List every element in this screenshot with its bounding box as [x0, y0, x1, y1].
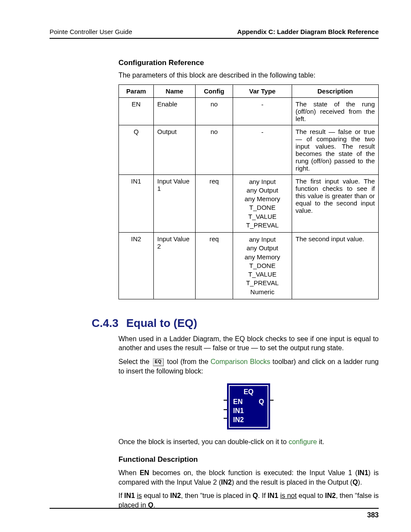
block-title: EQ: [233, 388, 264, 397]
section-number: C.4.3: [50, 317, 118, 330]
functional-description-heading: Functional Description: [118, 455, 379, 464]
after-block-text: Once the block is inserted, you can doub…: [118, 437, 379, 447]
table-header-row: Param Name Config Var Type Description: [119, 84, 379, 97]
page-number: 383: [367, 511, 379, 519]
col-desc: Description: [292, 84, 379, 97]
block-q: Q: [259, 398, 264, 407]
section-body: When used in a Ladder Diagram, the EQ bl…: [118, 334, 379, 376]
pin-in1-icon: [224, 409, 227, 410]
block-en: EN: [233, 398, 243, 407]
fd-paragraph-1: When EN becomes on, the block function i…: [118, 468, 379, 487]
col-config: Config: [196, 84, 233, 97]
content-column: Configuration Reference The parameters o…: [118, 50, 379, 514]
pin-en-icon: [224, 400, 227, 401]
pin-in2-icon: [224, 418, 227, 419]
col-vartype: Var Type: [233, 84, 292, 97]
config-ref-intro: The parameters of this block are describ…: [118, 71, 379, 80]
configure-link[interactable]: configure: [289, 438, 317, 445]
eq-block-diagram: EQ EN Q IN1 IN2: [227, 383, 270, 429]
table-row: IN1Input Value 1reqany Input any Output …: [119, 174, 379, 233]
page-footer: 383: [50, 508, 379, 519]
running-header: Pointe Controller User Guide Appendix C:…: [50, 28, 379, 38]
eq-block-inner: EQ EN Q IN1 IN2: [229, 385, 268, 428]
param-table: Param Name Config Var Type Description E…: [118, 84, 379, 299]
running-header-left: Pointe Controller User Guide: [50, 28, 132, 35]
section-title: Equal to (EQ): [126, 317, 197, 330]
table-row: ENEnableno-The state of the rung (off/on…: [119, 97, 379, 125]
table-row: IN2Input Value 2reqany Input any Output …: [119, 233, 379, 299]
col-name: Name: [154, 84, 196, 97]
fd-paragraph-2: If IN1 is equal to IN2, then “true is pl…: [118, 491, 379, 510]
section-heading: C.4.3 Equal to (EQ): [50, 317, 379, 330]
config-ref-heading: Configuration Reference: [118, 59, 379, 67]
functional-description-body: When EN becomes on, the block function i…: [118, 468, 379, 510]
block-in1: IN1: [233, 407, 264, 416]
page-body: Pointe Controller User Guide Appendix C:…: [50, 28, 379, 515]
section-select-tool: Select the EQ tool (from the Comparison …: [118, 357, 379, 376]
eq-tool-icon: EQ: [153, 358, 163, 366]
pin-q-icon: [270, 400, 274, 401]
running-header-right: Appendix C: Ladder Diagram Block Referen…: [237, 28, 379, 35]
table-row: QOutputno-The result — false or true — o…: [119, 125, 379, 174]
col-param: Param: [119, 84, 154, 97]
section-p1: When used in a Ladder Diagram, the EQ bl…: [118, 334, 379, 353]
comparison-blocks-link[interactable]: Comparison Blocks: [211, 358, 271, 365]
header-rule: [50, 38, 379, 39]
eq-block: EQ EN Q IN1 IN2: [227, 383, 270, 429]
block-in2: IN2: [233, 416, 264, 425]
